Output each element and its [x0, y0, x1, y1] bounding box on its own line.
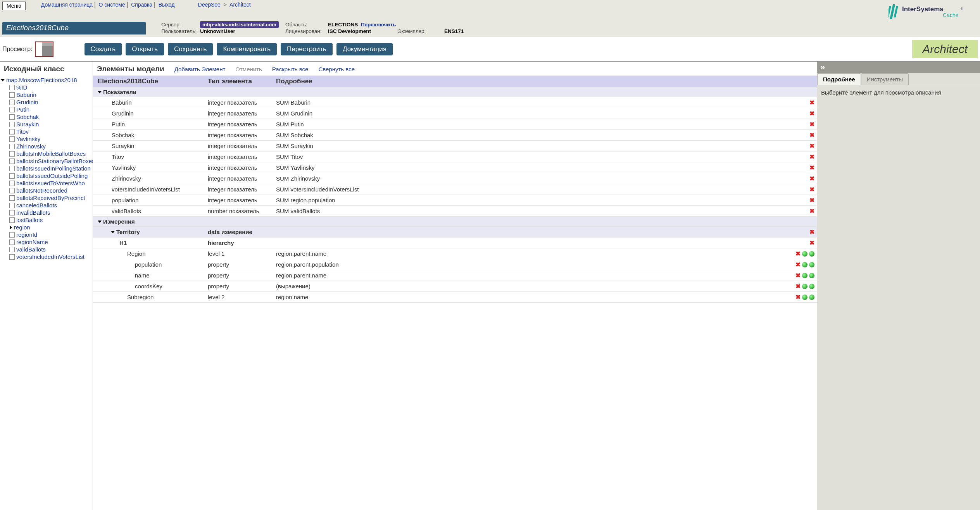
tree-item[interactable]: Grudinin — [2, 98, 93, 106]
open-button[interactable]: Открыть — [126, 43, 164, 55]
model-row[interactable]: H1hierarchy✖ — [93, 238, 817, 248]
view-thumbnail[interactable] — [35, 41, 53, 57]
delete-icon[interactable]: ✖ — [809, 196, 814, 204]
tree-item[interactable]: Yavlinsky — [2, 135, 93, 143]
nav-logout[interactable]: Выход — [159, 2, 175, 8]
move-down-icon[interactable] — [809, 251, 814, 257]
tree-item[interactable]: invalidBallots — [2, 209, 93, 216]
nav-home[interactable]: Домашняя страница — [41, 2, 93, 8]
model-row[interactable]: Suraykininteger показательSUM Suraykin✖ — [93, 141, 817, 152]
delete-icon[interactable]: ✖ — [809, 99, 814, 106]
delete-icon[interactable]: ✖ — [795, 272, 801, 279]
tree-item[interactable]: Titov — [2, 128, 93, 135]
model-row[interactable]: populationinteger показательSUM region.p… — [93, 195, 817, 206]
move-up-icon[interactable] — [802, 262, 807, 267]
tree-item[interactable]: Putin — [2, 106, 93, 113]
triangle-down-icon[interactable] — [111, 231, 115, 233]
model-row[interactable]: Baburininteger показательSUM Baburin✖ — [93, 97, 817, 108]
tree-item[interactable]: canceledBallots — [2, 202, 93, 209]
tree-item[interactable]: regionName — [2, 238, 93, 246]
tree-item[interactable]: lostBallots — [2, 216, 93, 224]
tree-root[interactable]: map.MoscowElections2018 — [6, 77, 77, 83]
model-row[interactable]: Grudinininteger показательSUM Grudinin✖ — [93, 108, 817, 119]
delete-icon[interactable]: ✖ — [795, 261, 801, 268]
model-row[interactable]: Sobchakinteger показательSUM Sobchak✖ — [93, 130, 817, 141]
expand-panel-icon[interactable]: » — [820, 62, 825, 72]
breadcrumb-architect[interactable]: Architect — [229, 2, 250, 8]
model-row[interactable]: Показатели — [93, 87, 817, 97]
triangle-down-icon[interactable] — [98, 221, 102, 223]
tree-item[interactable]: votersIncludedInVotersList — [2, 253, 93, 260]
tree-item[interactable]: ballotsInStationaryBallotBoxes — [2, 157, 93, 165]
tree-item[interactable]: ballotsNotRecorded — [2, 187, 93, 194]
triangle-down-icon[interactable] — [1, 79, 5, 81]
move-down-icon[interactable] — [809, 295, 814, 300]
delete-icon[interactable]: ✖ — [809, 175, 814, 182]
triangle-down-icon[interactable] — [98, 91, 102, 93]
docs-button[interactable]: Документация — [336, 43, 393, 55]
create-button[interactable]: Создать — [85, 43, 122, 55]
save-button[interactable]: Сохранить — [168, 43, 213, 55]
breadcrumb-deepsee[interactable]: DeepSee — [198, 2, 221, 8]
move-down-icon[interactable] — [809, 273, 814, 278]
tree-item[interactable]: Baburin — [2, 91, 93, 98]
model-row[interactable]: Regionlevel 1region.parent.name✖ — [93, 248, 817, 259]
nav-help[interactable]: Справка — [131, 2, 152, 8]
move-up-icon[interactable] — [802, 295, 807, 300]
move-up-icon[interactable] — [802, 284, 807, 289]
model-row[interactable]: populationpropertyregion.parent.populati… — [93, 259, 817, 270]
tab-details[interactable]: Подробнее — [817, 73, 861, 85]
tree-item[interactable]: region — [2, 224, 93, 231]
menu-button[interactable]: Меню — [2, 2, 26, 10]
rebuild-button[interactable]: Перестроить — [281, 43, 333, 55]
move-up-icon[interactable] — [802, 273, 807, 278]
env-switch-link[interactable]: Переключить — [361, 22, 396, 28]
tab-tools[interactable]: Инструменты — [861, 73, 909, 85]
delete-icon[interactable]: ✖ — [795, 283, 801, 290]
move-down-icon[interactable] — [809, 262, 814, 267]
nav-about[interactable]: О системе — [99, 2, 125, 8]
expand-all-link[interactable]: Раскрыть все — [272, 66, 309, 72]
collapse-all-link[interactable]: Свернуть все — [318, 66, 355, 72]
model-row[interactable]: Измерения — [93, 217, 817, 227]
model-row[interactable]: Yavlinskyinteger показательSUM Yavlinsky… — [93, 162, 817, 173]
compile-button[interactable]: Компилировать — [217, 43, 277, 55]
tree-item[interactable]: validBallots — [2, 246, 93, 253]
tree-item[interactable]: ballotsReceivedByPrecinct — [2, 194, 93, 202]
model-row[interactable]: namepropertyregion.parent.name✖ — [93, 270, 817, 281]
tree-item[interactable]: Zhirinovsky — [2, 143, 93, 150]
tree-item[interactable]: ballotsIssuedInPollingStation — [2, 165, 93, 172]
delete-icon[interactable]: ✖ — [809, 228, 814, 236]
delete-icon[interactable]: ✖ — [795, 293, 801, 301]
model-row[interactable]: Zhirinovskyinteger показательSUM Zhirino… — [93, 173, 817, 184]
delete-icon[interactable]: ✖ — [809, 153, 814, 160]
move-down-icon[interactable] — [809, 284, 814, 289]
model-row[interactable]: Subregionlevel 2region.name✖ — [93, 292, 817, 303]
tree-item[interactable]: Suraykin — [2, 121, 93, 128]
delete-icon[interactable]: ✖ — [795, 250, 801, 257]
undo-link[interactable]: Отменить — [235, 66, 262, 72]
delete-icon[interactable]: ✖ — [809, 239, 814, 246]
delete-icon[interactable]: ✖ — [809, 207, 814, 215]
tree-item[interactable]: %ID — [2, 84, 93, 91]
delete-icon[interactable]: ✖ — [809, 121, 814, 128]
tree-item[interactable]: Sobchak — [2, 113, 93, 121]
delete-icon[interactable]: ✖ — [809, 142, 814, 150]
tree-item[interactable]: ballotsIssuedOutsidePolling — [2, 172, 93, 179]
move-up-icon[interactable] — [802, 251, 807, 257]
delete-icon[interactable]: ✖ — [809, 164, 814, 171]
model-row[interactable]: Putininteger показательSUM Putin✖ — [93, 119, 817, 130]
model-row[interactable]: validBallotsnumber показательSUM validBa… — [93, 206, 817, 217]
model-row[interactable]: Titovinteger показательSUM Titov✖ — [93, 152, 817, 162]
delete-icon[interactable]: ✖ — [809, 186, 814, 193]
model-row[interactable]: Territorydata измерение✖ — [93, 227, 817, 238]
tree-item[interactable]: regionId — [2, 231, 93, 238]
delete-icon[interactable]: ✖ — [809, 131, 814, 139]
tree-item[interactable]: ballotsInMobileBallotBoxes — [2, 150, 93, 157]
model-row[interactable]: coordsKeyproperty(выражение)✖ — [93, 281, 817, 292]
model-row[interactable]: votersIncludedInVotersListinteger показа… — [93, 184, 817, 195]
tree-item[interactable]: ballotsIssuedToVotersWho — [2, 179, 93, 187]
add-element-link[interactable]: Добавить Элемент — [174, 66, 226, 72]
delete-icon[interactable]: ✖ — [809, 110, 814, 117]
model-row[interactable]: Elections2018CubeТип элементаПодробнее — [93, 76, 817, 87]
